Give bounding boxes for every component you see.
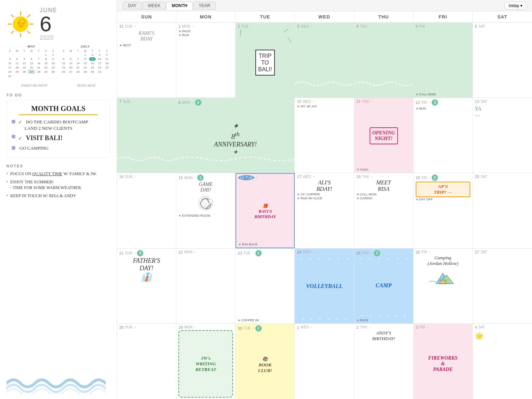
header-sat: SAT <box>473 11 532 22</box>
event-15-extended: ★ EXTENDED ROOM <box>178 214 233 217</box>
notes-dot-3: • <box>6 193 8 199</box>
cell-8-mon[interactable]: 8 MON › 3 ✦ 8th ANNIVERSARY! ✦ <box>176 98 295 173</box>
cell-4-thu[interactable]: 4 THU › <box>354 23 414 98</box>
notes-item-3: • KEEP IN TOUCH W/ RISA & ANDY <box>6 193 110 199</box>
cell-22-mon[interactable]: 22 MON › <box>176 249 235 323</box>
event-volleyball: VOLLEYBALL <box>297 255 351 317</box>
cell-26-fri[interactable]: 26 FRI › Camping(Jordan Hollow) <box>414 249 473 323</box>
event-ali-bday: ALI'SBDAY! <box>297 179 351 192</box>
cell-11-thu[interactable]: 11 THU › OPENINGNIGHT! ★ YAGA <box>354 98 414 173</box>
cell-6-sat[interactable]: 6 SAT <box>473 23 532 98</box>
check-2: ✓ <box>18 135 22 142</box>
cell-16-tue-today[interactable]: 16 TUE › 🎁RAVI'SBIRTHDAY ★ EVA BACK <box>235 173 295 248</box>
event-16-eva: ★ EVA BACK <box>238 243 292 246</box>
cell-20-sat[interactable]: 20 SAT <box>473 173 532 248</box>
mini-cal-may: MAY SMTWTFS 12 3456789 10111213141516 17… <box>6 45 57 78</box>
cell-7-sun[interactable]: 7 SUN › <box>117 98 176 173</box>
today-button[interactable]: today ▾ <box>505 2 526 10</box>
event-jw-retreat: JW'sWRITINGRETREAT <box>178 330 233 398</box>
event-ravi-bday: 🎁RAVI'SBIRTHDAY <box>238 181 292 242</box>
cell-21-sun[interactable]: 21 SUN › 3 FATHER'SDAY! 👔 <box>117 249 176 323</box>
todo-item-bootcamp: ✓ DO THE CARDIO BOOTCAMP LAND 2 NEW CLIE… <box>12 119 105 132</box>
calendar-header: SUN MON TUE WED THU FRI SAT <box>117 11 532 23</box>
nav-tab-day[interactable]: DAY <box>123 2 142 10</box>
event-23-coffee: ★ COFFEE W/ <box>238 318 292 322</box>
header-thu: THU <box>354 11 414 22</box>
event-1-run: ★ RUN <box>178 33 233 37</box>
wave-decoration <box>6 369 110 395</box>
sun-icon <box>6 10 35 38</box>
cell-2-tue[interactable]: 2 TUE › ╱ ╱ ╲ TRIPTOBALI! <box>235 23 295 98</box>
header-wed: WED <box>295 11 354 22</box>
event-book-club: 📚BOOKCLUB! <box>238 332 292 398</box>
camping-illustration <box>429 268 457 286</box>
event-kamis-bday: KAMI'SBDAY <box>119 29 174 43</box>
cell-28-sun[interactable]: 28 SUN › <box>117 324 176 399</box>
event-game-day: GAMEDAY! <box>178 182 233 193</box>
event-1-pack: ★ PACK <box>178 29 233 33</box>
cell-15-mon[interactable]: 15 MON › 1 GAMEDAY! <box>176 173 235 248</box>
cell-4-sat-next[interactable]: 4 SAT 🌟 <box>473 324 532 399</box>
cell-25-thu[interactable]: 25 THU › 2 ●●●●●● CAMP ●●●●●● ★ PACK <box>354 249 414 323</box>
notes-dot-2: • <box>6 179 8 185</box>
main-calendar-area: DAY WEEK MONTH YEAR today ▾ SUN MON TUE … <box>117 0 532 399</box>
cell-23-tue[interactable]: 23 TUE › 1 ★ COFFEE W/ <box>235 249 295 323</box>
event-17-cf: ★ CF, COPPER <box>297 193 351 196</box>
cell-29-mon[interactable]: 29 MON › JW'sWRITINGRETREAT <box>176 324 235 399</box>
cell-27-sat[interactable]: 27 SAT <box>473 249 532 323</box>
cell-30-tue[interactable]: 30 TUE › 1 📚BOOKCLUB! <box>235 324 295 399</box>
month-goals-underline <box>19 114 98 115</box>
nav-tabs[interactable]: DAY WEEK MONTH YEAR <box>123 2 216 10</box>
cell-14-sun[interactable]: 14 SUN › <box>117 173 176 248</box>
notes-text-2: ENJOY THE SUMMER!- TIME FOR SOME WARM WE… <box>10 179 82 191</box>
event-10-mt: ★ MT. W/ JAY <box>297 105 351 108</box>
event-12-bun: ★ BUN <box>416 107 470 110</box>
cell-10-wed[interactable]: 10 WED › ★ MT. W/ JAY <box>295 98 354 173</box>
week-4: 21 SUN › 3 FATHER'SDAY! 👔 22 MO <box>117 249 532 324</box>
mini-cal-july: JULY SMTWTFS 1234 567891011 121314151617… <box>60 45 111 78</box>
cell-24-wed[interactable]: 24 WED › ●●●●●● VOLLEYBALL ●●●●●● <box>295 249 354 323</box>
badge-30-tue: 1 <box>255 325 262 332</box>
cell-1-wed-next[interactable]: 1 WED › <box>295 324 354 399</box>
purple-dot-2 <box>12 135 15 138</box>
event-5-call-mom: ★ CALL MOM <box>416 93 470 96</box>
cell-3-fri-next[interactable]: 3 FRI › FIREWORKS&PARADE <box>414 324 473 399</box>
badge-12-fri: 3 <box>432 99 438 106</box>
event-trip-bali: TRIPTOBALI! <box>255 50 275 76</box>
nav-tab-year[interactable]: YEAR <box>193 2 216 10</box>
cell-12-fri[interactable]: 12 FRI › 3 ★ BUN <box>414 98 473 173</box>
notes-dot-1: • <box>6 171 8 177</box>
cell-1-mon[interactable]: 1 MON › ★ PACK ★ RUN <box>176 23 235 98</box>
todo-item-bali: ✓ VISIT BALI! <box>12 134 105 143</box>
cell-2-thu-next[interactable]: 2 THU › ANDY'SBIRTHDAY! <box>354 324 414 399</box>
cell-18-thu[interactable]: 18 THU › MEETRISA ★ CALL MOM. ★ CARDIO <box>354 173 414 248</box>
notes-list: • FOCUS ON QUALITY TIME W/ FAMILY & JW. … <box>6 171 110 201</box>
cell-5-fri[interactable]: 5 FRI › ★ CALL MOM <box>414 23 473 98</box>
cell-31-sun[interactable]: 31 SUN › KAMI'SBDAY ★ REST <box>117 23 176 98</box>
purple-dot-3 <box>12 146 15 150</box>
cell-17-wed[interactable]: 17 WED › ALI'SBDAY! ★ CF, COPPER ★ RUN W… <box>295 173 354 248</box>
event-fathers-day: FATHER'SDAY! 👔 <box>119 257 174 282</box>
event-18-cardio: ★ CARDIO <box>356 196 411 200</box>
nav-tab-month[interactable]: MONTH <box>166 2 193 10</box>
todo-card: MONTH GOALS ✓ DO THE CARDIO BOOTCAMP LAN… <box>6 100 110 158</box>
sidebar: JUNE 6 2020 MAY SMTWTFS 12 3456789 10111… <box>0 0 117 399</box>
badge-21-sun: 3 <box>137 250 143 256</box>
notes-section-label: NOTES <box>6 164 110 168</box>
cell-19-fri[interactable]: 19 FRI › 2 AP'STRIP! → ★ DAY OFF <box>414 173 473 248</box>
header-sun: SUN <box>117 11 176 22</box>
confetti-3: ╲ <box>288 37 292 43</box>
current-date: JUNE 6 2020 <box>40 7 57 41</box>
cell-13-sat[interactable]: 13 SAT YA— <box>473 98 532 173</box>
todo-section-label: TO DO <box>6 93 110 97</box>
header-fri: FRI <box>414 11 473 22</box>
event-17-run: ★ RUN W/ ALICE <box>297 196 351 200</box>
notes-item-1: • FOCUS ON QUALITY TIME W/ FAMILY & JW. <box>6 171 110 177</box>
annotation-moms-bday: MOM'S BDAY <box>77 84 95 87</box>
nav-tab-week[interactable]: WEEK <box>143 2 166 10</box>
event-camp: CAMP <box>356 257 411 314</box>
badge-23-tue: 1 <box>255 250 262 256</box>
svg-line-5 <box>28 31 30 33</box>
svg-line-7 <box>11 31 13 33</box>
cell-3-wed[interactable]: 3 WED › <box>295 23 354 98</box>
